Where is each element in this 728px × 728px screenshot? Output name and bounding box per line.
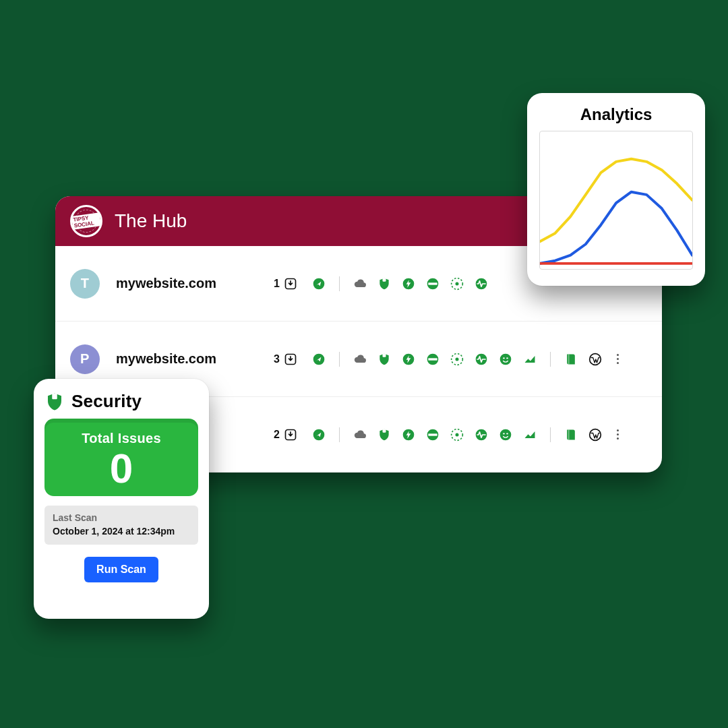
analytics-card: Analytics	[527, 93, 705, 286]
download-icon[interactable]	[284, 428, 297, 442]
security-title: Security	[71, 391, 142, 412]
wordpress-icon[interactable]	[588, 353, 602, 366]
send-icon[interactable]	[312, 277, 326, 291]
disc-icon[interactable]	[426, 353, 439, 366]
trend-icon[interactable]	[523, 353, 537, 366]
book-icon[interactable]	[564, 353, 578, 366]
download-icon[interactable]	[284, 353, 297, 366]
book-icon[interactable]	[564, 428, 578, 442]
issues-label: Total Issues	[44, 431, 198, 446]
send-icon[interactable]	[312, 353, 326, 366]
pulse-icon[interactable]	[475, 353, 488, 366]
site-avatar: P	[70, 344, 100, 374]
pulse-icon[interactable]	[475, 277, 488, 291]
disc-icon[interactable]	[426, 428, 439, 442]
send-icon[interactable]	[312, 428, 326, 442]
last-scan-label: Last Scan	[53, 512, 190, 523]
site-domain: mywebsite.com	[116, 351, 237, 367]
more-menu-icon[interactable]	[617, 429, 619, 439]
download-icon[interactable]	[284, 277, 297, 291]
updates-count: 2	[274, 429, 280, 441]
shield-icon	[44, 392, 65, 412]
gear-dots-icon[interactable]	[450, 353, 464, 366]
chart-series-blue	[540, 192, 692, 264]
bolt-icon[interactable]	[402, 353, 415, 366]
site-domain: mywebsite.com	[116, 276, 237, 291]
analytics-title: Analytics	[539, 105, 693, 124]
wordpress-icon[interactable]	[588, 428, 602, 442]
bolt-icon[interactable]	[402, 277, 415, 291]
site-avatar: T	[70, 269, 100, 299]
shield-icon[interactable]	[377, 353, 391, 366]
svg-rect-0	[52, 393, 57, 399]
updates-count: 3	[274, 353, 280, 365]
cloud-icon[interactable]	[353, 353, 367, 366]
cloud-icon[interactable]	[353, 428, 367, 442]
shield-icon[interactable]	[377, 428, 391, 442]
gear-dots-icon[interactable]	[450, 277, 464, 291]
face-icon[interactable]	[499, 428, 512, 442]
trend-icon[interactable]	[523, 428, 537, 442]
issues-box: Total Issues 0	[44, 419, 198, 496]
brand-badge: TIPSY SOCIAL	[70, 205, 102, 237]
issues-count: 0	[44, 448, 198, 489]
last-scan-box: Last Scan October 1, 2024 at 12:34pm	[44, 506, 198, 545]
security-card: Security Total Issues 0 Last Scan Octobe…	[34, 379, 209, 619]
analytics-chart	[539, 131, 693, 270]
hub-title: The Hub	[115, 210, 187, 232]
disc-icon[interactable]	[426, 277, 439, 291]
chart-series-yellow	[540, 159, 692, 241]
pulse-icon[interactable]	[475, 428, 488, 442]
face-icon[interactable]	[499, 353, 512, 366]
last-scan-time: October 1, 2024 at 12:34pm	[53, 526, 190, 537]
shield-icon[interactable]	[377, 277, 391, 291]
gear-dots-icon[interactable]	[450, 428, 464, 442]
run-scan-button[interactable]: Run Scan	[84, 557, 158, 582]
more-menu-icon[interactable]	[617, 354, 619, 364]
updates-count: 1	[274, 278, 280, 290]
brand-badge-text: TIPSY SOCIAL	[71, 212, 101, 230]
bolt-icon[interactable]	[402, 428, 415, 442]
cloud-icon[interactable]	[353, 277, 367, 291]
